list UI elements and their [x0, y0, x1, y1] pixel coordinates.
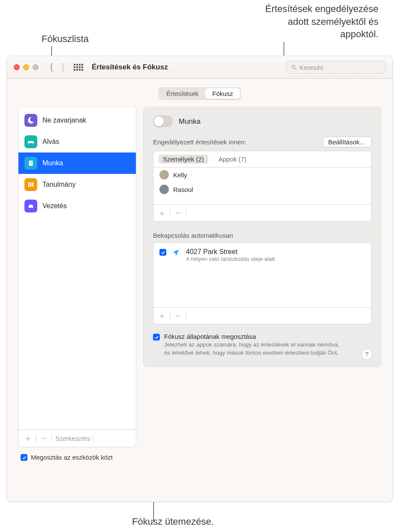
person-name: Rasoul	[173, 186, 193, 193]
close-window-button[interactable]	[14, 64, 20, 70]
focus-name-label: Munka	[179, 117, 201, 126]
divider	[170, 209, 170, 217]
svg-line-1	[295, 68, 297, 70]
auto-on-location-row[interactable]: 4027 Park Street A helyen való tartózkod…	[153, 243, 371, 267]
tab-notifications[interactable]: Értesítések	[159, 88, 205, 99]
avatar	[159, 170, 169, 179]
callout-focuslist: Fókuszlista	[42, 33, 89, 45]
auto-on-title: Bekapcsolás automatikusan	[153, 232, 372, 239]
nav-arrows: ⟨ ⟩	[50, 62, 65, 73]
focus-item-sleep[interactable]: Alvás	[18, 131, 136, 152]
focus-list: Ne zavarjanak Alvás Munk	[18, 107, 136, 429]
search-field[interactable]: Keresés	[286, 61, 386, 74]
add-automation-button[interactable]: ＋	[156, 310, 168, 322]
show-all-prefs-button[interactable]	[74, 64, 83, 71]
subtab-apps[interactable]: Appok (7)	[214, 155, 251, 164]
location-arrow-icon	[171, 248, 181, 259]
svg-point-11	[32, 207, 33, 208]
focus-item-label: Ne zavarjanak	[42, 117, 86, 124]
svg-point-10	[29, 207, 30, 208]
search-icon	[291, 64, 297, 70]
badge-icon	[24, 157, 37, 170]
focus-item-label: Tanulmány	[42, 181, 75, 188]
remove-person-button[interactable]: −	[172, 208, 184, 218]
divider	[36, 434, 36, 442]
remove-automation-button[interactable]: −	[172, 311, 184, 321]
bed-icon	[24, 135, 37, 148]
focus-item-work[interactable]: Munka	[18, 152, 136, 174]
focus-item-driving[interactable]: Vezetés	[18, 195, 136, 217]
forward-button[interactable]: ⟩	[61, 62, 65, 73]
allowed-person-row[interactable]: Rasoul	[153, 182, 371, 197]
books-icon	[24, 178, 37, 191]
help-button[interactable]: ?	[361, 349, 372, 360]
svg-rect-3	[28, 143, 29, 144]
allowed-notifications-title: Engedélyezett értesítések innen:	[153, 138, 246, 146]
share-focus-status-row[interactable]: Fókusz állapotának megosztása Jelezheti …	[153, 333, 372, 357]
window-title: Értesítések és Fókusz	[92, 63, 168, 72]
svg-rect-4	[33, 143, 34, 144]
avatar	[159, 185, 169, 194]
svg-rect-7	[28, 182, 30, 187]
callout-line: Értesítések engedélyezése	[265, 3, 378, 14]
focus-item-label: Vezetés	[42, 202, 67, 210]
divider	[170, 312, 170, 320]
car-icon	[24, 200, 37, 212]
focus-list-card: Ne zavarjanak Alvás Munk	[18, 107, 136, 447]
moon-icon	[24, 114, 37, 127]
person-name: Kelly	[173, 171, 187, 179]
focus-item-label: Alvás	[42, 138, 59, 146]
callout-schedule: Fókusz ütemezése.	[132, 515, 214, 528]
allowed-notifications-box: Személyek (2) Appok (7) Kelly Rasoul	[153, 151, 372, 221]
add-person-button[interactable]: ＋	[156, 207, 168, 219]
tab-focus[interactable]: Fókusz	[205, 88, 240, 99]
options-button[interactable]: Beállítások…	[323, 137, 372, 147]
auto-on-box: 4027 Park Street A helyen való tartózkod…	[153, 242, 372, 324]
add-focus-button[interactable]: ＋	[22, 433, 34, 444]
svg-rect-9	[32, 182, 33, 187]
preferences-window: ⟨ ⟩ Értesítések és Fókusz Keresés Értesí…	[6, 56, 393, 502]
focus-detail-panel: Munka Engedélyezett értesítések innen: B…	[143, 107, 381, 367]
edit-focus-button[interactable]: Szerkesztés	[55, 435, 90, 442]
focus-item-do-not-disturb[interactable]: Ne zavarjanak	[18, 110, 136, 131]
auto-on-location-subtitle: A helyen való tartózkodás ideje alatt	[186, 256, 275, 262]
checkbox-checked-icon[interactable]	[159, 249, 166, 256]
divider	[186, 209, 186, 217]
divider	[186, 312, 186, 320]
svg-rect-2	[28, 141, 34, 143]
minimize-window-button[interactable]	[23, 64, 29, 70]
back-button[interactable]: ⟨	[50, 62, 54, 73]
divider	[51, 434, 52, 442]
focus-list-footer: ＋ − Szerkesztés	[18, 429, 136, 447]
remove-focus-button[interactable]: −	[38, 433, 50, 443]
share-focus-status-desc: Jelezheti az appok számára, hogy az érte…	[164, 341, 344, 357]
focus-item-study[interactable]: Tanulmány	[18, 174, 136, 195]
share-across-devices-label: Megosztás az eszközök közt	[31, 454, 113, 461]
svg-point-6	[30, 162, 32, 163]
search-placeholder: Keresés	[300, 64, 323, 71]
auto-on-location-address: 4027 Park Street	[186, 248, 275, 256]
checkbox-checked-icon[interactable]	[21, 454, 27, 461]
share-across-devices-row[interactable]: Megosztás az eszközök közt	[18, 447, 136, 461]
focus-item-label: Munka	[42, 159, 63, 167]
zoom-window-button[interactable]	[33, 64, 39, 70]
callout-line: appoktól.	[340, 29, 378, 39]
callout-line: adott személyektől és	[288, 16, 378, 27]
titlebar: ⟨ ⟩ Értesítések és Fókusz Keresés	[7, 56, 393, 79]
divider	[93, 434, 93, 442]
callout-allow-notifications: Értesítések engedélyezése adott személye…	[265, 3, 378, 41]
svg-rect-8	[30, 182, 32, 187]
checkbox-checked-icon[interactable]	[153, 334, 160, 341]
subtab-people[interactable]: Személyek (2)	[159, 155, 208, 164]
svg-point-0	[292, 65, 295, 68]
focus-enable-toggle[interactable]	[153, 116, 173, 127]
share-focus-status-title: Fókusz állapotának megosztása	[164, 333, 344, 340]
main-tabs: Értesítések Fókusz	[159, 87, 240, 100]
allowed-person-row[interactable]: Kelly	[153, 167, 371, 182]
window-controls	[14, 64, 39, 70]
